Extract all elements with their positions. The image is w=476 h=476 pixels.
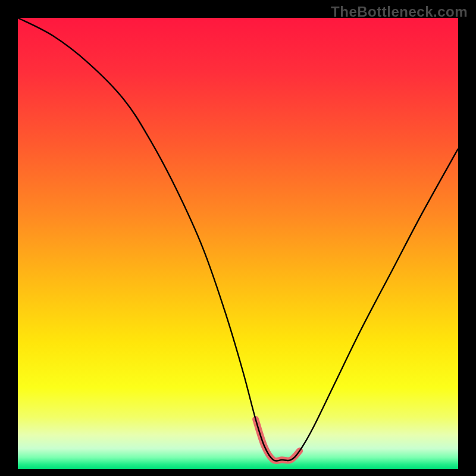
plot-area (18, 18, 458, 469)
chart-frame: TheBottleneck.com (0, 0, 476, 476)
background-rect (18, 18, 458, 469)
watermark-text: TheBottleneck.com (331, 4, 468, 20)
bottleneck-chart-svg (18, 18, 458, 469)
